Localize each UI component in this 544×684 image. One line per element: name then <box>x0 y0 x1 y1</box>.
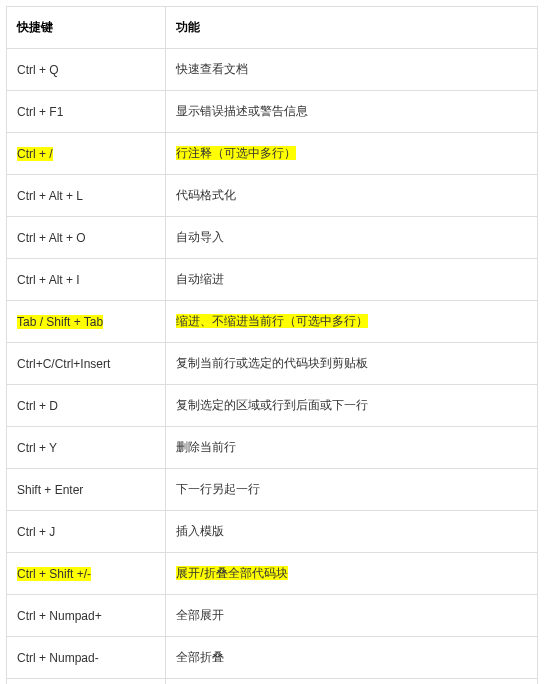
table-row: Ctrl + /行注释（可选中多行） <box>7 133 538 175</box>
shortcut-cell: Ctrl + / <box>7 133 166 175</box>
table-row: Ctrl + Numpad-全部折叠 <box>7 637 538 679</box>
shortcut-table: 快捷键 功能 Ctrl + Q快速查看文档Ctrl + F1显示错误描述或警告信… <box>6 6 538 684</box>
shortcut-cell: Ctrl + Q <box>7 49 166 91</box>
shortcut-cell: Ctrl + Alt + O <box>7 217 166 259</box>
description-cell: 复制选定的区域或行到后面或下一行 <box>166 385 538 427</box>
highlighted-text: 缩进、不缩进当前行（可选中多行） <box>176 314 368 328</box>
table-row: Ctrl + Alt + I自动缩进 <box>7 259 538 301</box>
shortcut-cell: Ctrl+C/Ctrl+Insert <box>7 343 166 385</box>
description-cell: 自动导入 <box>166 217 538 259</box>
header-shortcut: 快捷键 <box>7 7 166 49</box>
table-row: Ctrl + D复制选定的区域或行到后面或下一行 <box>7 385 538 427</box>
shortcut-cell: Ctrl + Alt + L <box>7 175 166 217</box>
shortcut-cell: Ctrl + Numpad+ <box>7 595 166 637</box>
table-row: Ctrl + Alt + O自动导入 <box>7 217 538 259</box>
shortcut-cell: Ctrl + Y <box>7 427 166 469</box>
description-cell: 全部折叠 <box>166 637 538 679</box>
table-row: Ctrl + Numpad+全部展开 <box>7 595 538 637</box>
shortcut-cell: Ctrl + F1 <box>7 91 166 133</box>
table-row: Ctrl + Y删除当前行 <box>7 427 538 469</box>
header-description: 功能 <box>166 7 538 49</box>
shortcut-cell: Ctrl + Alt + I <box>7 259 166 301</box>
description-cell: 缩进、不缩进当前行（可选中多行） <box>166 301 538 343</box>
table-row: Ctrl + Delete删除到字符结束 <box>7 679 538 685</box>
table-row: Ctrl + Alt + L代码格式化 <box>7 175 538 217</box>
highlighted-text: Ctrl + / <box>17 147 53 161</box>
table-row: Tab / Shift + Tab缩进、不缩进当前行（可选中多行） <box>7 301 538 343</box>
description-cell: 显示错误描述或警告信息 <box>166 91 538 133</box>
description-cell: 快速查看文档 <box>166 49 538 91</box>
shortcut-cell: Ctrl + Delete <box>7 679 166 685</box>
table-row: Ctrl + Shift +/-展开/折叠全部代码块 <box>7 553 538 595</box>
description-cell: 删除到字符结束 <box>166 679 538 685</box>
shortcut-cell: Ctrl + D <box>7 385 166 427</box>
description-cell: 代码格式化 <box>166 175 538 217</box>
table-row: Shift + Enter下一行另起一行 <box>7 469 538 511</box>
description-cell: 复制当前行或选定的代码块到剪贴板 <box>166 343 538 385</box>
description-cell: 行注释（可选中多行） <box>166 133 538 175</box>
description-cell: 下一行另起一行 <box>166 469 538 511</box>
highlighted-text: 行注释（可选中多行） <box>176 146 296 160</box>
description-cell: 删除当前行 <box>166 427 538 469</box>
highlighted-text: Ctrl + Shift +/- <box>17 567 91 581</box>
table-row: Ctrl + J插入模版 <box>7 511 538 553</box>
highlighted-text: 展开/折叠全部代码块 <box>176 566 287 580</box>
shortcut-cell: Ctrl + J <box>7 511 166 553</box>
description-cell: 全部展开 <box>166 595 538 637</box>
header-row: 快捷键 功能 <box>7 7 538 49</box>
table-row: Ctrl + F1显示错误描述或警告信息 <box>7 91 538 133</box>
shortcut-cell: Ctrl + Numpad- <box>7 637 166 679</box>
shortcut-cell: Ctrl + Shift +/- <box>7 553 166 595</box>
description-cell: 展开/折叠全部代码块 <box>166 553 538 595</box>
description-cell: 自动缩进 <box>166 259 538 301</box>
shortcut-cell: Tab / Shift + Tab <box>7 301 166 343</box>
highlighted-text: Tab / Shift + Tab <box>17 315 103 329</box>
table-row: Ctrl + Q快速查看文档 <box>7 49 538 91</box>
table-row: Ctrl+C/Ctrl+Insert复制当前行或选定的代码块到剪贴板 <box>7 343 538 385</box>
shortcut-cell: Shift + Enter <box>7 469 166 511</box>
description-cell: 插入模版 <box>166 511 538 553</box>
